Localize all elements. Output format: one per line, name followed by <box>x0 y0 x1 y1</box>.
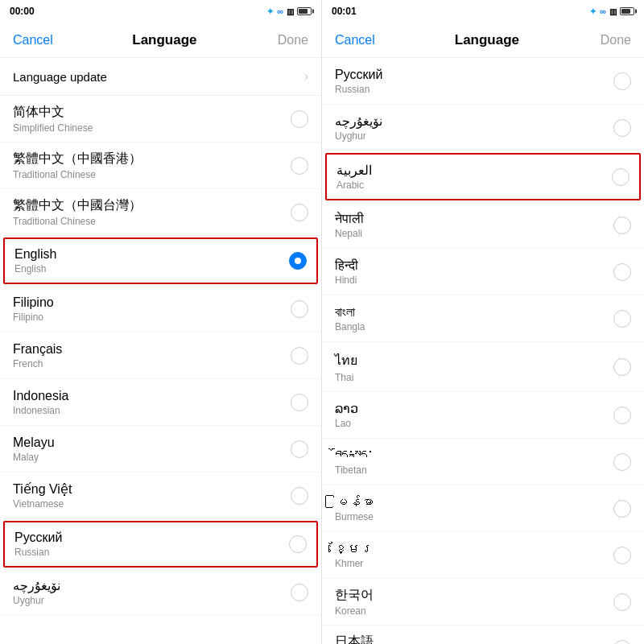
radio-button[interactable] <box>291 584 308 601</box>
lang-name: 繁體中文（中國台灣） <box>13 197 291 214</box>
lang-native: Tibetan <box>335 464 613 476</box>
left-time: 00:00 <box>10 6 266 17</box>
lang-name: বাংলা <box>335 305 613 320</box>
lang-name: မြန်မာ <box>335 495 613 510</box>
list-item-english[interactable]: English English <box>3 237 318 284</box>
left-language-list: Language update › 简体中文 Simplified Chines… <box>0 58 321 644</box>
lang-name: 繁體中文（中國香港） <box>13 151 291 167</box>
radio-button[interactable] <box>613 593 631 611</box>
radio-button[interactable] <box>291 347 308 365</box>
list-item-russian[interactable]: Русский Russian <box>3 521 318 568</box>
left-status-bar: 00:00 ✦ ∞ ▥ <box>0 0 321 23</box>
lang-native: Traditional Chinese <box>13 169 291 180</box>
lang-name: العربية <box>336 163 612 178</box>
radio-button[interactable] <box>291 204 308 221</box>
radio-button[interactable] <box>291 157 308 175</box>
lang-name: Русский <box>335 68 613 82</box>
list-item[interactable]: ខ្មែរ Khmer <box>322 532 644 579</box>
list-item[interactable]: نۆيغۇرچە Uyghur <box>0 569 321 616</box>
lang-name: हिन्दी <box>335 258 613 273</box>
list-item[interactable]: Filipino Filipino <box>0 286 321 332</box>
right-battery-icon <box>620 7 634 15</box>
list-item[interactable]: 繁體中文（中國台灣） Traditional Chinese <box>0 189 321 236</box>
lang-native: Arabic <box>336 180 612 191</box>
lang-native: Khmer <box>335 558 613 569</box>
list-item[interactable]: Tiếng Việt Vietnamese <box>0 473 321 519</box>
lang-native: Korean <box>335 605 613 617</box>
right-status-icons: ✦ ∞ ▥ <box>589 6 634 17</box>
list-item[interactable]: 한국어 Korean <box>322 579 644 625</box>
radio-button[interactable] <box>613 407 631 424</box>
list-item[interactable]: 日本語 Japanese <box>322 625 644 644</box>
list-item[interactable]: 繁體中文（中國香港） Traditional Chinese <box>0 142 321 189</box>
right-done-button[interactable]: Done <box>599 33 631 47</box>
radio-button[interactable] <box>613 547 631 564</box>
radio-button[interactable] <box>613 217 631 234</box>
lang-name: 日本語 <box>335 634 613 644</box>
lang-native: Lao <box>335 418 613 429</box>
lang-name: 简体中文 <box>13 104 291 121</box>
list-item[interactable]: Français French <box>0 332 321 379</box>
radio-button[interactable] <box>613 263 631 281</box>
list-item[interactable]: नेपाली Nepali <box>322 202 644 249</box>
list-item-arabic[interactable]: العربية Arabic <box>325 153 641 200</box>
right-language-list: Русский Russian نۆيغۇرچە Uyghur العربية … <box>322 58 644 644</box>
lang-native: English <box>14 263 289 275</box>
radio-button-selected[interactable] <box>289 252 307 270</box>
left-panel: 00:00 ✦ ∞ ▥ Cancel Language Done Languag… <box>0 0 322 644</box>
radio-button[interactable] <box>613 358 631 376</box>
left-top-nav: Cancel Language Done <box>0 23 321 58</box>
radio-button[interactable] <box>291 300 308 318</box>
left-cancel-button[interactable]: Cancel <box>13 33 53 47</box>
radio-button[interactable] <box>613 453 631 471</box>
lang-native: Russian <box>335 84 613 95</box>
radio-button[interactable] <box>291 110 308 128</box>
lang-name: ไทย <box>335 350 613 370</box>
radio-button[interactable] <box>291 394 308 411</box>
list-item[interactable]: বাংলা Bangla <box>322 295 644 342</box>
list-item[interactable]: نۆيغۇرچە Uyghur <box>322 105 644 151</box>
list-item[interactable]: မြန်မာ Burmese <box>322 485 644 532</box>
radio-button[interactable] <box>613 310 631 328</box>
radio-button[interactable] <box>289 535 307 553</box>
list-item[interactable]: ไทย Thai <box>322 342 644 392</box>
radio-button[interactable] <box>613 500 631 518</box>
left-status-icons: ✦ ∞ ▥ <box>266 6 312 17</box>
lang-native: Bangla <box>335 321 613 332</box>
lang-name: English <box>14 247 289 262</box>
lang-native: Nepali <box>335 228 613 239</box>
right-cancel-button[interactable]: Cancel <box>335 33 375 47</box>
list-item[interactable]: Melayu Malay <box>0 426 321 473</box>
right-time: 00:01 <box>332 6 589 17</box>
lang-name: Melayu <box>13 436 291 450</box>
right-top-nav: Cancel Language Done <box>322 23 644 58</box>
left-page-title: Language <box>53 32 276 48</box>
lang-name: ខ្មែរ <box>335 542 613 556</box>
right-panel: 00:01 ✦ ∞ ▥ Cancel Language Done Русский… <box>322 0 644 644</box>
list-item[interactable]: हिन्दी Hindi <box>322 249 644 295</box>
lang-name: Français <box>13 342 291 357</box>
list-item[interactable]: བོད་སྐད་ Tibetan <box>322 439 644 485</box>
lang-name: नेपाली <box>335 212 613 226</box>
list-item[interactable]: ລາວ Lao <box>322 392 644 439</box>
left-done-button[interactable]: Done <box>276 33 308 47</box>
list-item[interactable]: Русский Russian <box>322 58 644 105</box>
radio-button[interactable] <box>613 72 631 90</box>
radio-button[interactable] <box>291 440 308 458</box>
list-item[interactable]: 简体中文 Simplified Chinese <box>0 96 321 142</box>
radio-button[interactable] <box>612 168 630 186</box>
lang-name: نۆيغۇرچە <box>13 578 291 593</box>
radio-button[interactable] <box>613 640 631 645</box>
lang-name: ລາວ <box>335 401 613 416</box>
lang-native: Traditional Chinese <box>13 216 291 227</box>
right-sim-icon: ▥ <box>609 7 617 16</box>
radio-button[interactable] <box>613 119 631 137</box>
language-update-item[interactable]: Language update › <box>0 58 321 96</box>
left-battery-icon <box>297 7 312 15</box>
lang-native: Burmese <box>335 511 613 522</box>
lang-name: 한국어 <box>335 587 613 604</box>
left-status-icon-loop: ∞ <box>277 6 283 16</box>
list-item[interactable]: Indonesia Indonesian <box>0 379 321 426</box>
radio-button[interactable] <box>291 487 308 505</box>
lang-native: Hindi <box>335 275 613 286</box>
